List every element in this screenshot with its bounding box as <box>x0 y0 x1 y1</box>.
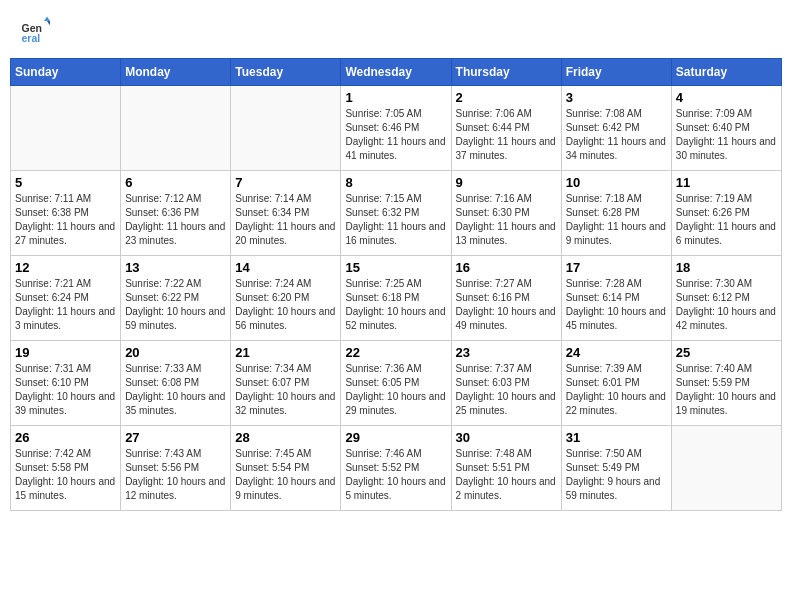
day-number: 21 <box>235 345 336 360</box>
day-info: Sunrise: 7:16 AMSunset: 6:30 PMDaylight:… <box>456 192 557 248</box>
calendar-cell: 21Sunrise: 7:34 AMSunset: 6:07 PMDayligh… <box>231 341 341 426</box>
calendar-week-3: 19Sunrise: 7:31 AMSunset: 6:10 PMDayligh… <box>11 341 782 426</box>
calendar-cell: 26Sunrise: 7:42 AMSunset: 5:58 PMDayligh… <box>11 426 121 511</box>
day-number: 6 <box>125 175 226 190</box>
day-number: 4 <box>676 90 777 105</box>
day-number: 19 <box>15 345 116 360</box>
calendar-cell: 23Sunrise: 7:37 AMSunset: 6:03 PMDayligh… <box>451 341 561 426</box>
day-number: 28 <box>235 430 336 445</box>
day-info: Sunrise: 7:46 AMSunset: 5:52 PMDaylight:… <box>345 447 446 503</box>
day-number: 25 <box>676 345 777 360</box>
calendar-cell <box>121 86 231 171</box>
day-number: 26 <box>15 430 116 445</box>
day-number: 29 <box>345 430 446 445</box>
calendar-cell: 10Sunrise: 7:18 AMSunset: 6:28 PMDayligh… <box>561 171 671 256</box>
calendar-cell: 27Sunrise: 7:43 AMSunset: 5:56 PMDayligh… <box>121 426 231 511</box>
day-info: Sunrise: 7:28 AMSunset: 6:14 PMDaylight:… <box>566 277 667 333</box>
day-info: Sunrise: 7:18 AMSunset: 6:28 PMDaylight:… <box>566 192 667 248</box>
day-number: 17 <box>566 260 667 275</box>
calendar-cell: 30Sunrise: 7:48 AMSunset: 5:51 PMDayligh… <box>451 426 561 511</box>
calendar-cell: 1Sunrise: 7:05 AMSunset: 6:46 PMDaylight… <box>341 86 451 171</box>
calendar-cell: 18Sunrise: 7:30 AMSunset: 6:12 PMDayligh… <box>671 256 781 341</box>
calendar-cell: 25Sunrise: 7:40 AMSunset: 5:59 PMDayligh… <box>671 341 781 426</box>
day-number: 20 <box>125 345 226 360</box>
day-info: Sunrise: 7:33 AMSunset: 6:08 PMDaylight:… <box>125 362 226 418</box>
day-info: Sunrise: 7:34 AMSunset: 6:07 PMDaylight:… <box>235 362 336 418</box>
calendar-cell: 2Sunrise: 7:06 AMSunset: 6:44 PMDaylight… <box>451 86 561 171</box>
day-number: 1 <box>345 90 446 105</box>
calendar-cell: 6Sunrise: 7:12 AMSunset: 6:36 PMDaylight… <box>121 171 231 256</box>
day-number: 13 <box>125 260 226 275</box>
weekday-friday: Friday <box>561 59 671 86</box>
calendar-cell <box>671 426 781 511</box>
calendar-week-1: 5Sunrise: 7:11 AMSunset: 6:38 PMDaylight… <box>11 171 782 256</box>
calendar-cell: 28Sunrise: 7:45 AMSunset: 5:54 PMDayligh… <box>231 426 341 511</box>
day-info: Sunrise: 7:05 AMSunset: 6:46 PMDaylight:… <box>345 107 446 163</box>
calendar-week-0: 1Sunrise: 7:05 AMSunset: 6:46 PMDaylight… <box>11 86 782 171</box>
logo: Gen eral <box>20 15 54 45</box>
calendar-cell: 16Sunrise: 7:27 AMSunset: 6:16 PMDayligh… <box>451 256 561 341</box>
calendar-cell: 29Sunrise: 7:46 AMSunset: 5:52 PMDayligh… <box>341 426 451 511</box>
calendar-cell: 19Sunrise: 7:31 AMSunset: 6:10 PMDayligh… <box>11 341 121 426</box>
day-number: 24 <box>566 345 667 360</box>
page-header: Gen eral <box>10 10 782 50</box>
day-number: 31 <box>566 430 667 445</box>
day-info: Sunrise: 7:40 AMSunset: 5:59 PMDaylight:… <box>676 362 777 418</box>
day-number: 7 <box>235 175 336 190</box>
calendar-cell: 24Sunrise: 7:39 AMSunset: 6:01 PMDayligh… <box>561 341 671 426</box>
svg-text:eral: eral <box>22 32 41 44</box>
calendar-cell: 11Sunrise: 7:19 AMSunset: 6:26 PMDayligh… <box>671 171 781 256</box>
day-info: Sunrise: 7:25 AMSunset: 6:18 PMDaylight:… <box>345 277 446 333</box>
day-info: Sunrise: 7:19 AMSunset: 6:26 PMDaylight:… <box>676 192 777 248</box>
calendar-table: SundayMondayTuesdayWednesdayThursdayFrid… <box>10 58 782 511</box>
calendar-cell <box>231 86 341 171</box>
day-number: 8 <box>345 175 446 190</box>
day-number: 12 <box>15 260 116 275</box>
calendar-week-4: 26Sunrise: 7:42 AMSunset: 5:58 PMDayligh… <box>11 426 782 511</box>
calendar-cell: 17Sunrise: 7:28 AMSunset: 6:14 PMDayligh… <box>561 256 671 341</box>
day-info: Sunrise: 7:24 AMSunset: 6:20 PMDaylight:… <box>235 277 336 333</box>
calendar-cell: 4Sunrise: 7:09 AMSunset: 6:40 PMDaylight… <box>671 86 781 171</box>
calendar-cell: 12Sunrise: 7:21 AMSunset: 6:24 PMDayligh… <box>11 256 121 341</box>
day-number: 30 <box>456 430 557 445</box>
day-info: Sunrise: 7:43 AMSunset: 5:56 PMDaylight:… <box>125 447 226 503</box>
day-number: 27 <box>125 430 226 445</box>
calendar-cell: 22Sunrise: 7:36 AMSunset: 6:05 PMDayligh… <box>341 341 451 426</box>
weekday-tuesday: Tuesday <box>231 59 341 86</box>
day-number: 23 <box>456 345 557 360</box>
weekday-sunday: Sunday <box>11 59 121 86</box>
calendar-cell: 15Sunrise: 7:25 AMSunset: 6:18 PMDayligh… <box>341 256 451 341</box>
logo-icon: Gen eral <box>20 15 50 45</box>
day-info: Sunrise: 7:50 AMSunset: 5:49 PMDaylight:… <box>566 447 667 503</box>
day-info: Sunrise: 7:36 AMSunset: 6:05 PMDaylight:… <box>345 362 446 418</box>
weekday-header-row: SundayMondayTuesdayWednesdayThursdayFrid… <box>11 59 782 86</box>
day-info: Sunrise: 7:30 AMSunset: 6:12 PMDaylight:… <box>676 277 777 333</box>
day-info: Sunrise: 7:42 AMSunset: 5:58 PMDaylight:… <box>15 447 116 503</box>
calendar-cell: 7Sunrise: 7:14 AMSunset: 6:34 PMDaylight… <box>231 171 341 256</box>
day-number: 9 <box>456 175 557 190</box>
day-number: 2 <box>456 90 557 105</box>
calendar-week-2: 12Sunrise: 7:21 AMSunset: 6:24 PMDayligh… <box>11 256 782 341</box>
calendar-cell: 9Sunrise: 7:16 AMSunset: 6:30 PMDaylight… <box>451 171 561 256</box>
day-info: Sunrise: 7:06 AMSunset: 6:44 PMDaylight:… <box>456 107 557 163</box>
calendar-cell <box>11 86 121 171</box>
day-number: 5 <box>15 175 116 190</box>
svg-marker-2 <box>44 17 50 22</box>
weekday-saturday: Saturday <box>671 59 781 86</box>
day-number: 11 <box>676 175 777 190</box>
day-info: Sunrise: 7:31 AMSunset: 6:10 PMDaylight:… <box>15 362 116 418</box>
weekday-wednesday: Wednesday <box>341 59 451 86</box>
weekday-thursday: Thursday <box>451 59 561 86</box>
calendar-cell: 31Sunrise: 7:50 AMSunset: 5:49 PMDayligh… <box>561 426 671 511</box>
calendar-cell: 8Sunrise: 7:15 AMSunset: 6:32 PMDaylight… <box>341 171 451 256</box>
day-info: Sunrise: 7:21 AMSunset: 6:24 PMDaylight:… <box>15 277 116 333</box>
calendar-cell: 3Sunrise: 7:08 AMSunset: 6:42 PMDaylight… <box>561 86 671 171</box>
day-info: Sunrise: 7:11 AMSunset: 6:38 PMDaylight:… <box>15 192 116 248</box>
day-number: 15 <box>345 260 446 275</box>
weekday-monday: Monday <box>121 59 231 86</box>
day-number: 22 <box>345 345 446 360</box>
day-number: 18 <box>676 260 777 275</box>
calendar-cell: 14Sunrise: 7:24 AMSunset: 6:20 PMDayligh… <box>231 256 341 341</box>
day-number: 3 <box>566 90 667 105</box>
day-info: Sunrise: 7:08 AMSunset: 6:42 PMDaylight:… <box>566 107 667 163</box>
